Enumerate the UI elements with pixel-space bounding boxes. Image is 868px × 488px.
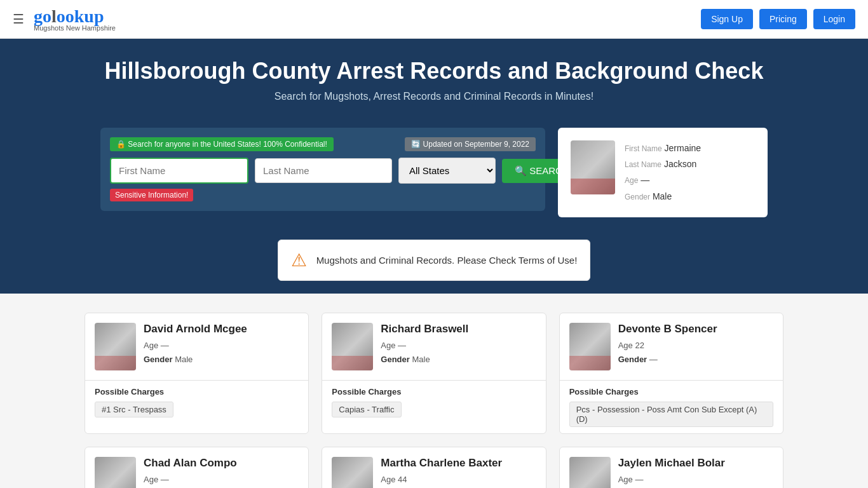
info-firstname: First Name Jermaine bbox=[625, 140, 701, 156]
person-avatar bbox=[95, 457, 136, 488]
search-box-top: 🔒 Search for anyone in the United States… bbox=[110, 137, 536, 151]
person-card-top: David Arnold Mcgee Age — Gender Male bbox=[85, 313, 308, 380]
person-name: Martha Charlene Baxter bbox=[381, 457, 502, 470]
person-age: Age — bbox=[381, 339, 468, 353]
person-name: Chad Alan Compo bbox=[144, 457, 237, 470]
person-name: Devonte B Spencer bbox=[618, 323, 717, 336]
person-avatar bbox=[332, 323, 373, 370]
logo-subtitle: Mugshots New Hampshire bbox=[34, 24, 116, 32]
search-box: 🔒 Search for anyone in the United States… bbox=[100, 128, 545, 211]
warning-text: Mugshots and Criminal Records. Please Ch… bbox=[316, 255, 578, 266]
person-age: Age — bbox=[618, 473, 725, 487]
signup-button[interactable]: Sign Up bbox=[701, 9, 753, 29]
person-card[interactable]: Richard Braswell Age — Gender Male Possi… bbox=[322, 313, 546, 434]
logo[interactable]: golookup Mugshots New Hampshire bbox=[34, 6, 116, 32]
person-card-top: Jaylen Michael Bolar Age — bbox=[560, 447, 783, 488]
firstname-value: Jermaine bbox=[665, 143, 702, 153]
header-left: ☰ golookup Mugshots New Hampshire bbox=[13, 6, 116, 32]
state-select[interactable]: All StatesAlabamaAlaskaArizonaArkansasCa… bbox=[398, 158, 496, 184]
person-gender: Gender Male bbox=[381, 353, 468, 367]
last-name-input[interactable] bbox=[255, 158, 392, 183]
person-avatar bbox=[95, 323, 136, 370]
person-age: Age — bbox=[144, 339, 247, 353]
site-header: ☰ golookup Mugshots New Hampshire Sign U… bbox=[0, 0, 868, 39]
person-card[interactable]: Devonte B Spencer Age 22 Gender — Possib… bbox=[559, 313, 783, 434]
persons-grid: David Arnold Mcgee Age — Gender Male Pos… bbox=[85, 313, 783, 488]
hero-section: Hillsborough County Arrest Records and B… bbox=[0, 39, 868, 115]
warning-icon: ⚠ bbox=[291, 250, 307, 271]
info-age: Age — bbox=[625, 172, 701, 188]
charges-title: Possible Charges bbox=[569, 387, 773, 396]
person-name: Richard Braswell bbox=[381, 323, 468, 336]
charge-tag: #1 Src - Trespass bbox=[95, 402, 173, 417]
person-avatar bbox=[569, 323, 611, 370]
sensitive-badge: Sensitive Information! bbox=[110, 189, 193, 201]
charges-title: Possible Charges bbox=[95, 387, 299, 396]
hamburger-icon[interactable]: ☰ bbox=[13, 11, 24, 27]
search-section: 🔒 Search for anyone in the United States… bbox=[0, 115, 868, 230]
pricing-button[interactable]: Pricing bbox=[759, 9, 807, 29]
person-info: Devonte B Spencer Age 22 Gender — bbox=[618, 323, 717, 367]
page-title: Hillsborough County Arrest Records and B… bbox=[13, 58, 855, 85]
lastname-value: Jackson bbox=[664, 159, 696, 169]
person-card[interactable]: Jaylen Michael Bolar Age — bbox=[559, 447, 783, 488]
charge-tag: Pcs - Possession - Poss Amt Con Sub Exce… bbox=[569, 402, 773, 427]
hero-subtitle: Search for Mugshots, Arrest Records and … bbox=[13, 91, 855, 102]
info-avatar bbox=[571, 140, 615, 194]
person-card[interactable]: Chad Alan Compo Age — bbox=[85, 447, 309, 488]
person-info: Jaylen Michael Bolar Age — bbox=[618, 457, 725, 487]
gender-value: Male bbox=[653, 191, 672, 201]
person-age: Age 22 bbox=[618, 339, 717, 353]
person-age: Age — bbox=[144, 473, 237, 487]
person-info: Richard Braswell Age — Gender Male bbox=[381, 323, 468, 367]
person-info: David Arnold Mcgee Age — Gender Male bbox=[144, 323, 247, 367]
person-card-top: Chad Alan Compo Age — bbox=[85, 447, 308, 488]
info-card: First Name Jermaine Last Name Jackson Ag… bbox=[558, 128, 768, 217]
login-button[interactable]: Login bbox=[813, 9, 855, 29]
person-card-top: Devonte B Spencer Age 22 Gender — bbox=[560, 313, 783, 380]
charge-tag: Capias - Traffic bbox=[332, 402, 401, 417]
person-card[interactable]: Martha Charlene Baxter Age 44 bbox=[322, 447, 546, 488]
info-lastname: Last Name Jackson bbox=[625, 156, 701, 172]
header-nav: Sign Up Pricing Login bbox=[701, 9, 855, 29]
search-inputs: All StatesAlabamaAlaskaArizonaArkansasCa… bbox=[110, 158, 536, 184]
person-card[interactable]: David Arnold Mcgee Age — Gender Male Pos… bbox=[85, 313, 309, 434]
person-gender: Gender — bbox=[618, 353, 717, 367]
first-name-input[interactable] bbox=[110, 158, 248, 184]
person-info: Martha Charlene Baxter Age 44 bbox=[381, 457, 502, 487]
age-label: Age bbox=[625, 176, 638, 185]
age-value: — bbox=[641, 175, 649, 185]
gender-label: Gender bbox=[625, 193, 650, 201]
info-details: First Name Jermaine Last Name Jackson Ag… bbox=[625, 140, 701, 205]
charges-section: Possible Charges Pcs - Possession - Poss… bbox=[560, 380, 783, 433]
charges-title: Possible Charges bbox=[332, 387, 536, 396]
person-name: Jaylen Michael Bolar bbox=[618, 457, 725, 470]
person-avatar bbox=[569, 457, 611, 488]
info-gender: Gender Male bbox=[625, 189, 701, 205]
person-gender: Gender Male bbox=[144, 353, 247, 367]
person-age: Age 44 bbox=[381, 473, 502, 487]
charges-section: Possible Charges #1 Src - Trespass bbox=[85, 380, 308, 424]
person-avatar bbox=[332, 457, 373, 488]
lastname-label: Last Name bbox=[625, 160, 661, 169]
person-card-top: Richard Braswell Age — Gender Male bbox=[322, 313, 545, 380]
confidential-badge: 🔒 Search for anyone in the United States… bbox=[110, 137, 334, 151]
updated-badge: 🔄 Updated on September 9, 2022 bbox=[405, 137, 536, 151]
person-info: Chad Alan Compo Age — bbox=[144, 457, 237, 487]
person-name: David Arnold Mcgee bbox=[144, 323, 247, 336]
content-area: David Arnold Mcgee Age — Gender Male Pos… bbox=[0, 294, 868, 488]
charges-section: Possible Charges Capias - Traffic bbox=[322, 380, 545, 424]
warning-bar: ⚠ Mugshots and Criminal Records. Please … bbox=[278, 240, 591, 281]
person-card-top: Martha Charlene Baxter Age 44 bbox=[322, 447, 545, 488]
firstname-label: First Name bbox=[625, 144, 662, 153]
